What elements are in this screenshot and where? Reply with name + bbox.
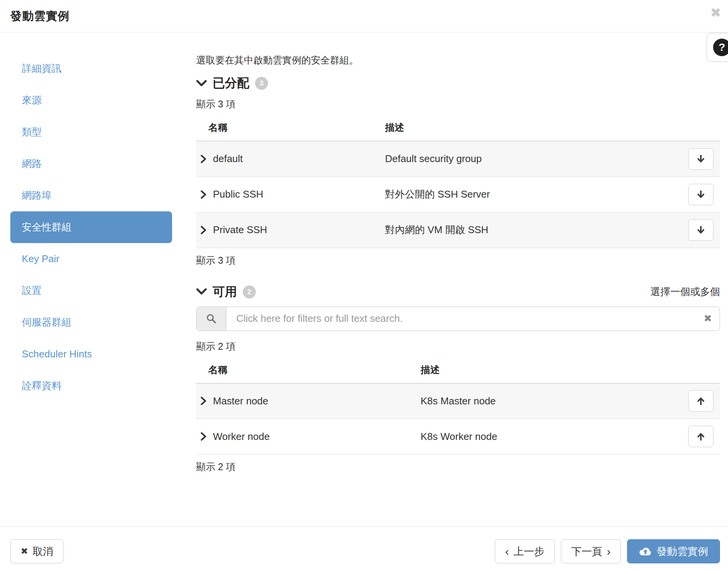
sidebar-item-source[interactable]: 來源 [10,84,172,116]
column-header-description: 描述 [385,114,678,141]
launch-label: 發動雲實例 [656,545,708,558]
column-header-name: 名稱 [196,357,421,383]
available-count-bottom: 顯示 2 項 [196,461,720,473]
step-content: 選取要在其中啟動雲實例的安全群組。 已分配 3 顯示 3 項 名稱 描述 [196,32,728,473]
back-label: 上一步 [514,545,544,558]
allocate-button[interactable] [688,390,713,412]
sidebar-item-scheduler-hints[interactable]: Scheduler Hints [10,338,172,370]
sidebar-item-networks[interactable]: 網路 [10,148,172,180]
dialog-title: 發動雲實例 [10,8,70,24]
launch-instance-button[interactable]: 發動雲實例 [627,539,720,563]
chevron-down-icon [196,80,207,87]
sidebar-item-details[interactable]: 詳細資訊 [10,53,172,84]
available-section-header: 可用 2 選擇一個或多個 [196,284,720,300]
chevron-right-icon [199,225,208,235]
wizard-step-nav: 詳細資訊 來源 類型 網路 網路埠 安全性群組 Key Pair 設置 伺服器群… [0,32,196,473]
security-group-name: Master node [213,395,268,407]
deallocate-button[interactable] [688,219,713,241]
row-expander-button[interactable] [198,396,208,406]
allocated-table: 名稱 描述 default Default security group [196,114,720,248]
security-group-description: Default security group [385,141,678,177]
sidebar-item-configuration[interactable]: 設置 [10,275,172,307]
chevron-right-icon [199,396,208,406]
chevron-right-icon [199,190,208,199]
allocated-title: 已分配 [213,75,249,92]
allocate-button[interactable] [688,426,713,447]
close-button[interactable]: ✖ [710,6,722,19]
dialog-header: 發動雲實例 ✖ [0,0,728,32]
dialog-footer: ✖ 取消 ‹ 上一步 下一頁 › 發動雲實例 [0,526,728,571]
next-label: 下一頁 [571,545,602,558]
chevron-right-icon [199,154,208,164]
sidebar-item-ports[interactable]: 網路埠 [10,180,172,211]
available-count-top: 顯示 2 項 [196,340,720,353]
select-hint: 選擇一個或多個 [650,285,720,298]
allocated-count-bottom: 顯示 3 項 [196,254,720,267]
arrow-down-icon [696,154,706,164]
chevron-down-icon [196,288,207,295]
help-button[interactable]: ? [707,33,728,62]
security-group-name: Worker node [213,431,270,443]
column-header-name: 名稱 [196,114,385,141]
row-expander-button[interactable] [198,225,208,235]
arrow-up-icon [696,396,706,406]
column-header-description: 描述 [421,357,678,383]
security-group-description: 對內網的 VM 開啟 SSH [385,212,678,248]
chevron-right-icon: › [607,546,611,557]
cancel-button[interactable]: ✖ 取消 [10,539,63,563]
cloud-upload-icon [639,547,652,556]
security-group-name: Private SSH [213,224,267,236]
security-group-name: default [213,153,243,165]
sidebar-item-server-groups[interactable]: 伺服器群組 [10,307,172,338]
sidebar-item-key-pair[interactable]: Key Pair [10,243,172,275]
security-group-name: Public SSH [213,188,263,200]
security-group-description: K8s Master node [421,383,678,419]
deallocate-button[interactable] [688,148,713,170]
cancel-label: 取消 [32,545,53,558]
allocated-collapse-toggle[interactable]: 已分配 3 [196,75,268,92]
column-header-actions [678,357,720,383]
row-expander-button[interactable] [198,190,208,200]
allocated-count-badge: 3 [255,77,268,90]
step-instruction: 選取要在其中啟動雲實例的安全群組。 [196,54,720,67]
security-group-description: K8s Worker node [421,419,678,454]
arrow-down-icon [696,190,706,200]
row-expander-button[interactable] [198,431,208,441]
sidebar-item-metadata[interactable]: 詮釋資料 [10,370,172,402]
available-count-badge: 2 [243,286,256,298]
table-row: Worker node K8s Worker node [196,419,720,454]
close-icon: ✖ [710,5,722,20]
sidebar-item-flavor[interactable]: 類型 [10,116,172,148]
back-button[interactable]: ‹ 上一步 [495,539,555,563]
arrow-down-icon [696,225,706,235]
arrow-up-icon [696,431,706,441]
table-row: Master node K8s Master node [196,383,720,419]
column-header-actions [678,114,720,141]
clear-search-icon: ✖ [704,313,712,324]
available-title: 可用 [213,284,237,300]
cancel-x-icon: ✖ [21,546,28,556]
chevron-right-icon [199,432,208,441]
next-button[interactable]: 下一頁 › [561,539,621,563]
allocated-section-header: 已分配 3 [196,75,720,92]
search-input[interactable] [226,307,720,331]
search-icon [197,307,226,331]
question-icon: ? [713,39,728,56]
table-row: default Default security group [196,141,720,177]
row-expander-button[interactable] [198,154,208,164]
sidebar-item-security-groups[interactable]: 安全性群組 [10,211,172,243]
allocated-count-top: 顯示 3 項 [196,98,720,110]
chevron-left-icon: ‹ [505,546,509,557]
security-group-description: 對外公開的 SSH Server [385,177,678,212]
filter-search-bar: ✖ [196,307,720,331]
clear-search-button[interactable]: ✖ [704,307,712,331]
available-collapse-toggle[interactable]: 可用 2 [196,284,256,300]
table-row: Private SSH 對內網的 VM 開啟 SSH [196,212,720,248]
available-table: 名稱 描述 Master node K8s Master node [196,357,720,455]
table-row: Public SSH 對外公開的 SSH Server [196,177,720,212]
deallocate-button[interactable] [688,184,713,205]
